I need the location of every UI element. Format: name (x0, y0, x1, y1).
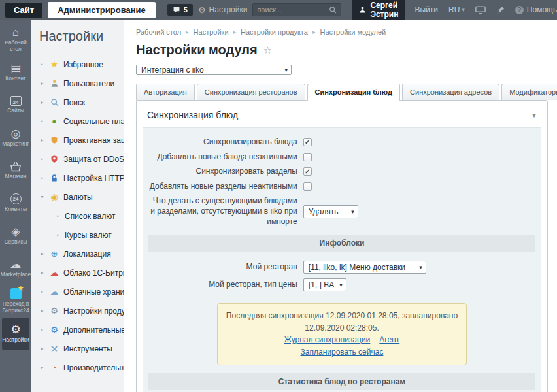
sidebar-item-social-plugins[interactable]: ▪ ● Социальные плагины (39, 112, 121, 131)
page-title: Настройки модуля (136, 42, 258, 57)
sidebar-item-product-settings[interactable]: ▸ ⚙ Настройки продукта (39, 301, 121, 320)
star-icon: ★ (49, 60, 59, 69)
rail-item-sites[interactable]: 24 Сайты (0, 89, 31, 122)
search-input[interactable] (257, 6, 329, 14)
sidebar-item-localization[interactable]: ▸ ⊕ Локализация (39, 244, 121, 263)
new-sections-inactive-checkbox[interactable] (303, 182, 312, 191)
rail-item-content[interactable]: ▤ Контент (0, 56, 31, 89)
breadcrumb-link[interactable]: Настройки (194, 28, 229, 36)
site-tab[interactable]: Сайт (5, 3, 42, 18)
rail-item-settings[interactable]: ⚙ Настройки (2, 318, 29, 350)
sidebar-item-currency-list[interactable]: ▪ Список валют (39, 206, 121, 225)
restaurant-select[interactable]: [11, iiko, ik] Меню доставки ▾ (303, 261, 426, 274)
sync-journal-link[interactable]: Журнал синхронизации (284, 334, 371, 346)
settings-sidebar: Настройки ▪ ★ Избранное ▸ Пользователи ▸… (31, 20, 124, 392)
rail-item-label: Сервисы (4, 239, 27, 246)
rail-item-label: Переход в Битрикс24 (1, 301, 31, 314)
circle-24-icon: 24 (10, 193, 22, 204)
tab-modifiers[interactable]: Модификаторы (501, 84, 557, 100)
topbar-settings-label: Настройки (209, 5, 248, 14)
topbar-settings-link[interactable]: ⚙ Настройки (198, 5, 248, 14)
sidebar-item-users[interactable]: ▸ Пользователи (39, 74, 121, 93)
notifications-badge[interactable]: 5 (167, 4, 193, 16)
sidebar-item-https-settings[interactable]: ▪ Настройка HTTPS (39, 169, 121, 188)
tab-address-sync[interactable]: Синхронизация адресов (402, 84, 499, 100)
globe-icon: ⊕ (49, 250, 59, 258)
collapse-chevron-icon[interactable]: ▼ (531, 112, 537, 119)
help-icon: ? (515, 6, 524, 14)
schedule-now-link[interactable]: Запланировать сейчас (301, 346, 384, 359)
sidebar-item-proactive-protection[interactable]: ▸ Проактивная защита (39, 131, 121, 150)
search-icon[interactable] (329, 6, 337, 14)
calendar-24-icon: 24 (10, 96, 22, 106)
form-row: Синхронизировать блюда (148, 137, 535, 148)
agent-link[interactable]: Агент (379, 334, 399, 346)
layers-icon: ◈ (11, 226, 20, 237)
document-icon: ▤ (10, 63, 21, 74)
rail-item-bitrix24[interactable]: ★ Переход в Битрикс24 (0, 285, 31, 318)
tab-restaurant-sync[interactable]: Синхронизация ресторанов (197, 84, 305, 100)
bullet-marker: ▪ (39, 175, 45, 181)
rail-item-clients[interactable]: 24 Клиенты (0, 187, 31, 220)
tab-authorization[interactable]: Авторизация (136, 84, 195, 100)
rail-item-shop[interactable]: Магазин (0, 154, 31, 187)
section-header-infoblocks: Инфоблоки (148, 235, 535, 252)
sidebar-item-ddos-protection[interactable]: ▪ Защита от DDoS (39, 150, 121, 169)
user-name: Сергей Эстрин (370, 1, 398, 19)
expand-marker: ▸ (39, 270, 45, 276)
social-plugins-icon: ● (49, 117, 59, 125)
logout-link[interactable]: Выйти (414, 5, 438, 14)
rail-item-desktop[interactable]: ⌂ Рабочий стол (0, 24, 31, 56)
breadcrumb: Рабочий стол ▸ Настройки ▸ Настройки про… (136, 28, 548, 36)
sidebar-item-tools[interactable]: ▸ Инструменты (39, 339, 121, 358)
sidebar-item-currency-rates[interactable]: ▪ Курсы валют (39, 225, 121, 244)
breadcrumb-link[interactable]: Рабочий стол (136, 28, 181, 36)
sidebar-item-bitrix-cloud[interactable]: ▸ ☁ Облако 1С-Битрикс (39, 263, 121, 282)
sidebar-title: Настройки (39, 29, 121, 44)
field-label: Мой ресторан, тип цены (148, 280, 303, 290)
rail-item-label: Сайты (7, 108, 24, 114)
pin-panel-icon[interactable] (496, 6, 505, 14)
sidebar-item-search[interactable]: ▸ Поиск (39, 93, 121, 112)
rail-item-marketing[interactable]: ◎ Маркетинг (0, 122, 31, 154)
new-dishes-inactive-checkbox[interactable] (303, 153, 312, 161)
tab-dish-sync[interactable]: Синхронизация блюд (307, 84, 401, 101)
rail-item-marketplace[interactable]: ☁↓ Marketplace (0, 252, 31, 285)
language-selector[interactable]: RU ▾ (448, 5, 465, 14)
user-menu[interactable]: Сергей Эстрин (352, 0, 405, 22)
sidebar-item-performance[interactable]: ▸ ◔ Производительность (39, 358, 121, 377)
admin-tab[interactable]: Администрирование (48, 2, 156, 18)
field-label: Мой ресторан (148, 262, 303, 272)
select-value: [11, iiko, ik] Меню доставки (309, 263, 414, 272)
sync-sections-checkbox[interactable] (303, 167, 312, 176)
price-type-select[interactable]: [1, ] BASE ▾ (303, 278, 346, 291)
rail-item-label: Настройки (2, 337, 29, 344)
sidebar-item-label: Защита от DDoS (63, 155, 124, 164)
shield-orange-icon (49, 136, 59, 144)
bullet-marker: ▪ (55, 232, 61, 238)
hotkeys-icon[interactable] (475, 6, 486, 14)
sync-status-note: Последняя синхронизация 12.09.2020 01:28… (217, 303, 467, 365)
bullet-marker: ▪ (39, 61, 45, 67)
bullet-marker: ▪ (39, 156, 45, 162)
sidebar-item-additional-settings[interactable]: ▪ ⚙ Дополнительные настройки (39, 320, 121, 339)
breadcrumb-link[interactable]: Настройки продукта (241, 28, 308, 36)
sidebar-item-cloud-storage[interactable]: ▪ ☁ Облачные хранилища (39, 282, 121, 301)
language-value: RU (448, 5, 460, 14)
breadcrumb-link[interactable]: Настройки модулей (320, 28, 386, 36)
cloud-red-icon: ☁ (49, 269, 59, 277)
rail-item-services[interactable]: ◈ Сервисы (0, 220, 31, 252)
help-link[interactable]: ? Помощь (515, 5, 557, 14)
left-rail: ⌂ Рабочий стол ▤ Контент 24 Сайты ◎ Марк… (0, 20, 31, 392)
missing-items-action-select[interactable]: Удалять ▾ (303, 205, 358, 218)
sidebar-item-favorites[interactable]: ▪ ★ Избранное (39, 55, 121, 74)
module-select[interactable]: Интеграция с iiko ▾ (136, 65, 292, 75)
expand-marker: ▸ (39, 308, 45, 314)
bitrix24-icon: ★ (10, 288, 22, 299)
sidebar-item-label: Избранное (63, 60, 103, 69)
sidebar-item-currencies[interactable]: ▾ ◉ Валюты (39, 188, 121, 206)
sync-dishes-checkbox[interactable] (303, 138, 312, 146)
favorite-star-icon[interactable]: ☆ (263, 44, 272, 56)
form-row: Что делать с существующими блюдами и раз… (148, 196, 535, 227)
form-row: Мой ресторан, тип цены [1, ] BASE ▾ (148, 278, 535, 291)
